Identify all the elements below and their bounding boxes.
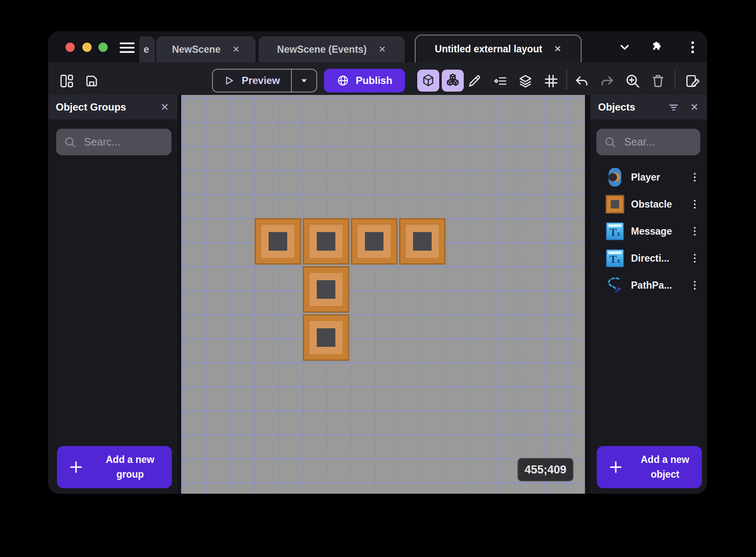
kebab-menu-icon[interactable] <box>690 198 699 211</box>
plus-icon <box>57 460 95 475</box>
obstacle-instance[interactable] <box>303 314 349 361</box>
tab-clipped[interactable]: e <box>139 36 155 62</box>
play-icon <box>224 75 235 86</box>
app-window: e NewScene ✕ NewScene (Events) ✕ Untitle… <box>48 31 707 494</box>
toolbar-divider <box>566 70 567 89</box>
close-panel-icon[interactable]: ✕ <box>160 101 169 113</box>
tab-label: Untitled external layout <box>435 43 542 55</box>
close-tab-icon[interactable]: ✕ <box>378 44 386 54</box>
trash-icon[interactable] <box>650 73 666 89</box>
text-object-icon: Tx <box>606 249 624 268</box>
add-group-label: Add a new group <box>95 452 172 482</box>
kebab-menu-icon[interactable] <box>690 252 699 265</box>
path-object-icon <box>606 276 624 295</box>
event-list-icon[interactable] <box>492 73 509 89</box>
undo-icon[interactable] <box>574 73 590 89</box>
toolbar-divider <box>674 70 675 89</box>
toolbar: Preview Publish <box>48 62 707 95</box>
kebab-menu-icon[interactable] <box>690 279 699 292</box>
object-row-pathpaint[interactable]: PathPa... <box>590 272 707 299</box>
minimize-window-button[interactable] <box>82 43 92 52</box>
close-tab-icon[interactable]: ✕ <box>554 44 562 54</box>
search-input[interactable] <box>624 136 688 148</box>
search-icon <box>604 136 617 149</box>
filter-icon[interactable] <box>667 101 680 114</box>
preview-button[interactable]: Preview <box>212 69 317 92</box>
grid-icon[interactable] <box>543 73 560 89</box>
tab-newscene-events[interactable]: NewScene (Events) ✕ <box>258 36 405 62</box>
kebab-menu-icon[interactable] <box>690 225 699 238</box>
object-name: Obstacle <box>631 199 690 210</box>
object-row-message[interactable]: Tx Message <box>590 218 707 245</box>
object-groups-search[interactable] <box>56 129 171 155</box>
obstacle-instance[interactable] <box>303 266 349 313</box>
scene-canvas[interactable]: 455;409 <box>181 95 585 494</box>
cursor-position-badge: 455;409 <box>517 458 574 481</box>
close-panel-icon[interactable]: ✕ <box>690 101 699 113</box>
zoom-window-button[interactable] <box>98 43 108 52</box>
object-row-directions[interactable]: Tx Directi... <box>590 245 707 272</box>
object-name: Player <box>631 172 690 183</box>
close-tab-icon[interactable]: ✕ <box>232 44 240 54</box>
object-row-player[interactable]: Player <box>590 164 707 191</box>
kebab-menu-icon[interactable] <box>685 40 700 55</box>
obstacle-instance[interactable] <box>351 218 397 265</box>
dashboard-icon[interactable] <box>58 73 75 89</box>
object-row-obstacle[interactable]: Obstacle <box>590 191 707 218</box>
object-name: Directi... <box>631 253 690 264</box>
object-name: PathPa... <box>631 280 690 291</box>
cubes-icon <box>445 73 461 89</box>
panel-title: Objects <box>598 101 667 113</box>
edit-scene-icon[interactable] <box>684 73 701 89</box>
layers-icon[interactable] <box>517 73 534 89</box>
obstacle-instance[interactable] <box>303 218 349 265</box>
screenshot-stage: e NewScene ✕ NewScene (Events) ✕ Untitle… <box>0 0 756 557</box>
redo-icon[interactable] <box>598 73 615 89</box>
chevron-down-icon[interactable] <box>617 40 632 55</box>
hamburger-icon[interactable] <box>119 41 135 54</box>
tab-label: NewScene <box>172 44 220 55</box>
object-groups-panel: Object Groups ✕ Add a new group <box>48 95 177 494</box>
obstacle-instance[interactable] <box>399 218 446 265</box>
player-icon <box>606 168 624 187</box>
tab-newscene[interactable]: NewScene ✕ <box>156 36 256 62</box>
plus-icon <box>597 460 635 475</box>
edit-objects-mode-toggle[interactable] <box>417 70 439 92</box>
obstacle-instance[interactable] <box>255 218 301 265</box>
obstacle-icon <box>606 195 624 214</box>
objects-header: Objects ✕ <box>590 95 707 119</box>
add-group-button[interactable]: Add a new group <box>57 446 172 488</box>
globe-icon <box>337 74 349 87</box>
preview-label: Preview <box>242 75 280 87</box>
add-object-label: Add a new object <box>635 452 702 482</box>
tab-label: e <box>144 44 149 55</box>
kebab-menu-icon[interactable] <box>690 171 699 184</box>
cube-icon <box>421 73 436 88</box>
object-name: Message <box>631 226 690 237</box>
caret-down-icon <box>299 76 309 85</box>
preview-dropdown-button[interactable] <box>291 70 316 92</box>
publish-label: Publish <box>356 75 392 87</box>
publish-button[interactable]: Publish <box>324 69 405 92</box>
object-groups-header: Object Groups ✕ <box>48 95 177 119</box>
objects-panel: Objects ✕ Player <box>590 95 707 494</box>
content-area: 455;409 Object Groups ✕ Add a new <box>48 95 707 494</box>
add-object-button[interactable]: Add a new object <box>597 446 702 488</box>
edit-instances-mode-toggle[interactable] <box>442 70 464 92</box>
panel-title: Object Groups <box>56 101 160 113</box>
pencil-icon[interactable] <box>466 73 483 89</box>
save-icon[interactable] <box>83 73 100 89</box>
tab-untitled-external-layout[interactable]: Untitled external layout ✕ <box>415 35 582 62</box>
puzzle-icon[interactable] <box>648 40 663 55</box>
search-icon <box>64 136 76 149</box>
close-window-button[interactable] <box>65 43 75 52</box>
tab-label: NewScene (Events) <box>277 44 367 55</box>
objects-search[interactable] <box>596 129 700 155</box>
text-object-icon: Tx <box>606 222 624 241</box>
zoom-in-icon[interactable] <box>624 73 641 89</box>
title-bar: e NewScene ✕ NewScene (Events) ✕ Untitle… <box>48 31 707 62</box>
search-input[interactable] <box>84 136 147 148</box>
